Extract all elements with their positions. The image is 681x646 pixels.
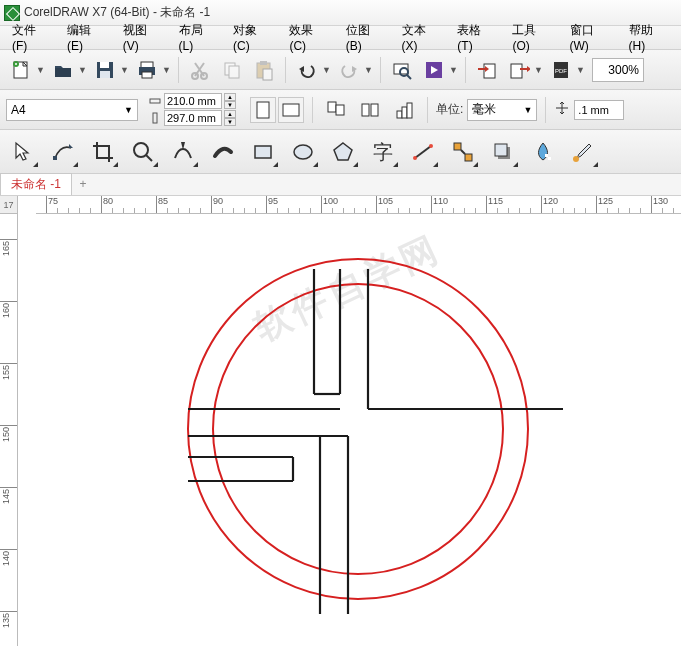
publish-pdf-button[interactable]: PDF: [546, 55, 576, 85]
document-tab[interactable]: 未命名 -1: [0, 173, 72, 195]
chevron-down-icon[interactable]: ▼: [162, 65, 172, 75]
pick-tool[interactable]: [6, 135, 40, 169]
menu-table[interactable]: 表格(T): [449, 27, 504, 49]
ruler-corner[interactable]: 17: [0, 196, 18, 214]
nudge-icon: [554, 100, 570, 119]
svg-text:PDF: PDF: [555, 68, 567, 74]
import-button[interactable]: [472, 55, 502, 85]
open-button[interactable]: [48, 55, 78, 85]
menu-object[interactable]: 对象(C): [225, 27, 281, 49]
facing-pages-button[interactable]: [389, 95, 419, 125]
svg-rect-29: [150, 99, 160, 103]
launch-button[interactable]: [419, 55, 449, 85]
menu-view[interactable]: 视图(V): [115, 27, 171, 49]
parallel-dimension-tool[interactable]: [406, 135, 440, 169]
zoom-tool[interactable]: [126, 135, 160, 169]
unit-select[interactable]: 毫米▼: [467, 99, 537, 121]
ruler-horizontal[interactable]: 758085909510010511011512012513013: [36, 196, 681, 214]
height-icon: [148, 111, 162, 125]
svg-rect-31: [257, 102, 269, 118]
nudge-input[interactable]: .1 mm: [574, 100, 624, 120]
chevron-down-icon[interactable]: ▼: [120, 65, 130, 75]
svg-point-61: [188, 259, 528, 599]
app-icon: [4, 5, 20, 21]
unit-label: 单位:: [436, 101, 463, 118]
svg-rect-59: [548, 157, 551, 160]
print-button[interactable]: [132, 55, 162, 85]
color-eyedropper-tool[interactable]: [566, 135, 600, 169]
svg-marker-40: [16, 143, 28, 160]
rectangle-tool[interactable]: [246, 135, 280, 169]
svg-rect-12: [229, 66, 239, 78]
menu-text[interactable]: 文本(X): [394, 27, 450, 49]
add-tab-button[interactable]: +: [72, 173, 94, 195]
canvas[interactable]: 软件自学网: [18, 214, 681, 646]
svg-rect-14: [260, 61, 267, 65]
chevron-down-icon[interactable]: ▼: [364, 65, 374, 75]
save-button[interactable]: [90, 55, 120, 85]
svg-marker-42: [69, 144, 73, 148]
svg-text:字: 字: [373, 141, 393, 163]
menubar: 文件(F) 编辑(E) 视图(V) 布局(L) 对象(C) 效果(C) 位图(B…: [0, 26, 681, 50]
svg-rect-57: [495, 144, 507, 156]
menu-help[interactable]: 帮助(H): [621, 27, 677, 49]
chevron-down-icon[interactable]: ▼: [78, 65, 88, 75]
svg-rect-39: [407, 103, 412, 118]
ruler-vertical[interactable]: 165160155150145140135: [0, 214, 18, 646]
all-pages-button[interactable]: [321, 95, 351, 125]
svg-marker-48: [334, 143, 352, 160]
search-button[interactable]: [387, 55, 417, 85]
menu-edit[interactable]: 编辑(E): [59, 27, 115, 49]
crop-tool[interactable]: [86, 135, 120, 169]
portrait-button[interactable]: [250, 97, 276, 123]
page-size-select[interactable]: A4▼: [6, 99, 138, 121]
menu-file[interactable]: 文件(F): [4, 27, 59, 49]
undo-button[interactable]: [292, 55, 322, 85]
page-width-input[interactable]: 210.0 mm: [164, 93, 222, 109]
window-title: CorelDRAW X7 (64-Bit) - 未命名 -1: [24, 4, 210, 21]
connector-tool[interactable]: [446, 135, 480, 169]
drop-shadow-tool[interactable]: [486, 135, 520, 169]
new-button[interactable]: [6, 55, 36, 85]
shape-tool[interactable]: [46, 135, 80, 169]
svg-point-62: [213, 284, 503, 574]
svg-rect-8: [142, 72, 152, 78]
artistic-media-tool[interactable]: [206, 135, 240, 169]
text-tool[interactable]: 字: [366, 135, 400, 169]
zoom-level[interactable]: 300%: [592, 58, 644, 82]
ellipse-tool[interactable]: [286, 135, 320, 169]
export-button[interactable]: [504, 55, 534, 85]
freehand-tool[interactable]: [166, 135, 200, 169]
drawing-content: [18, 214, 681, 646]
svg-rect-30: [153, 113, 157, 123]
svg-rect-15: [263, 69, 272, 80]
menu-effects[interactable]: 效果(C): [281, 27, 337, 49]
svg-rect-25: [511, 64, 522, 78]
svg-point-60: [573, 156, 579, 162]
property-bar: A4▼ 210.0 mm ▲▼ 297.0 mm ▲▼ 单位: 毫米▼ .1 m…: [0, 90, 681, 130]
standard-toolbar: ▼ ▼ ▼ ▼ ▼ ▼ ▼ ▼ PDF ▼ 300%: [0, 50, 681, 90]
svg-rect-58: [545, 154, 548, 157]
transparency-tool[interactable]: [526, 135, 560, 169]
svg-rect-37: [397, 111, 402, 118]
chevron-down-icon[interactable]: ▼: [449, 65, 459, 75]
chevron-down-icon[interactable]: ▼: [576, 65, 586, 75]
svg-point-43: [134, 143, 148, 157]
landscape-button[interactable]: [278, 97, 304, 123]
height-spinner[interactable]: ▲▼: [224, 110, 236, 126]
polygon-tool[interactable]: [326, 135, 360, 169]
chevron-down-icon[interactable]: ▼: [534, 65, 544, 75]
menu-window[interactable]: 窗口(W): [562, 27, 621, 49]
chevron-down-icon[interactable]: ▼: [322, 65, 332, 75]
menu-tools[interactable]: 工具(O): [504, 27, 561, 49]
menu-bitmap[interactable]: 位图(B): [338, 27, 394, 49]
document-tabstrip: 未命名 -1 +: [0, 174, 681, 196]
copy-button: [217, 55, 247, 85]
cut-button: [185, 55, 215, 85]
menu-layout[interactable]: 布局(L): [171, 27, 225, 49]
chevron-down-icon[interactable]: ▼: [36, 65, 46, 75]
current-page-button[interactable]: [355, 95, 385, 125]
width-spinner[interactable]: ▲▼: [224, 93, 236, 109]
page-height-input[interactable]: 297.0 mm: [164, 110, 222, 126]
redo-button: [334, 55, 364, 85]
